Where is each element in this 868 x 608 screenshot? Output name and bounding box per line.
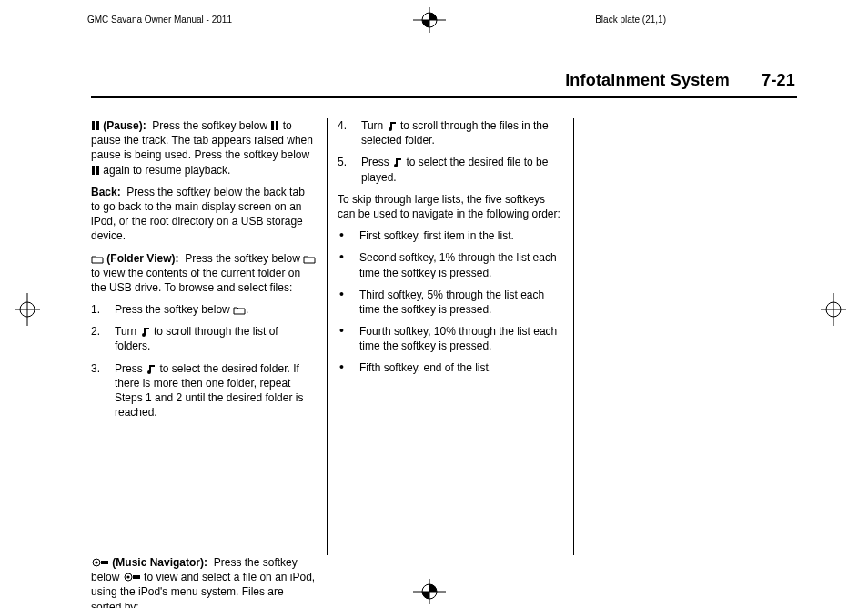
- registration-mark-left: [15, 293, 40, 326]
- svg-point-22: [126, 576, 129, 579]
- step-text: Press: [361, 156, 389, 168]
- music-note-icon: [146, 363, 156, 374]
- list-item: Third softkey, 5% through the list each …: [338, 288, 563, 317]
- column-3: (Music Navigator): Press the softkey bel…: [91, 555, 317, 608]
- svg-rect-23: [133, 575, 140, 579]
- svg-rect-20: [101, 561, 108, 564]
- step-text: Press: [115, 362, 143, 375]
- pause-icon: [91, 165, 100, 176]
- pause-text-1: Press the softkey below: [152, 119, 267, 132]
- folder-label: (Folder View):: [106, 252, 178, 265]
- svg-point-19: [95, 561, 97, 563]
- music-note-icon: [392, 157, 403, 167]
- pause-icon: [91, 120, 100, 131]
- section-rule: [91, 96, 797, 98]
- music-note-icon: [387, 120, 398, 131]
- back-body: Press the softkey below the back tab to …: [91, 186, 305, 243]
- column-2: Turn to scroll through the files in the …: [338, 118, 563, 383]
- plate-label: Black plate (21,1): [595, 15, 666, 25]
- svg-rect-12: [92, 121, 95, 130]
- folder-text-2: to view the contents of the current fold…: [91, 267, 300, 294]
- list-item: Press to select the desired file to be p…: [338, 155, 563, 184]
- back-label: Back:: [91, 186, 121, 198]
- list-item: Press the softkey below .: [91, 302, 317, 317]
- registration-mark-right: [821, 293, 846, 326]
- pause-label: (Pause):: [103, 119, 146, 132]
- list-item: Press to select the desired folder. If t…: [91, 361, 317, 421]
- page-number: 7-21: [762, 71, 795, 90]
- pause-text-3: again to resume playback.: [103, 164, 230, 177]
- navigator-label: (Music Navigator):: [112, 556, 207, 569]
- list-item: Turn to scroll through the files in the …: [338, 118, 563, 147]
- step-tail: to select the desired folder. If there i…: [115, 362, 303, 420]
- step-tail: .: [246, 303, 248, 316]
- column-1: (Pause): Press the softkey below to paus…: [91, 118, 317, 427]
- pause-icon: [270, 120, 279, 131]
- manual-title: GMC Savana Owner Manual - 2011: [87, 15, 232, 25]
- step-text: Turn: [115, 325, 136, 338]
- section-heading: Infotainment System 7-21: [565, 71, 795, 90]
- folder-icon: [91, 255, 104, 264]
- folder-icon: [303, 255, 316, 264]
- svg-rect-14: [271, 121, 274, 130]
- step-text: Turn: [361, 119, 383, 132]
- svg-rect-13: [96, 121, 99, 130]
- softkey-list: First softkey, first item in the list. S…: [338, 228, 563, 376]
- skip-para: To skip through large lists, the five so…: [338, 192, 563, 221]
- navigator-icon: [123, 572, 141, 583]
- folder-text-1: Press the softkey below: [185, 252, 300, 265]
- folder-icon: [233, 306, 246, 315]
- folder-steps: Press the softkey below . Turn to scroll…: [91, 302, 317, 420]
- column-separator: [327, 118, 328, 555]
- column-separator: [573, 118, 574, 555]
- list-item: Fifth softkey, end of the list.: [338, 360, 563, 375]
- step-tail: to select the desired file to be played.: [361, 156, 548, 183]
- music-note-icon: [140, 326, 151, 337]
- list-item: Turn to scroll through the list of folde…: [91, 324, 317, 353]
- list-item: Second softkey, 1% through the list each…: [338, 250, 563, 279]
- svg-rect-17: [96, 166, 99, 175]
- list-item: First softkey, first item in the list.: [338, 228, 563, 243]
- svg-rect-16: [92, 166, 95, 175]
- svg-rect-15: [276, 121, 278, 130]
- list-item: Fourth softkey, 10% through the list eac…: [338, 324, 563, 353]
- navigator-icon: [91, 557, 109, 568]
- step-text: Press the softkey below: [115, 303, 230, 316]
- section-name: Infotainment System: [565, 71, 730, 89]
- registration-mark-bottom: [413, 579, 446, 604]
- folder-steps-cont: Turn to scroll through the files in the …: [338, 118, 563, 185]
